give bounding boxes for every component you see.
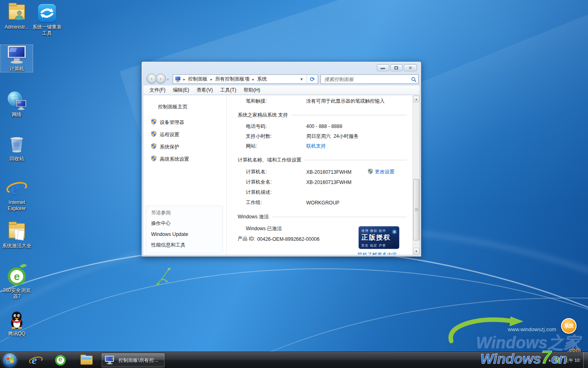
forward-button[interactable]: › [156,74,166,84]
computer-icon [7,45,27,65]
windows-flag-icon [6,356,14,364]
sidebar-item-action-center[interactable]: 操作中心 [151,220,218,227]
uac-shield-icon [151,119,157,126]
taskbar-explorer-button[interactable] [78,353,95,368]
system-info-panel: 笔和触摸: 没有可用于此显示器的笔或触控输入 系统之家精品系统 支持 电话号码:… [227,95,412,255]
internet-explorer-icon: e [7,179,27,198]
scrollbar-thumb[interactable] [413,179,419,240]
refresh-icon[interactable]: ⟳ [307,75,318,83]
window-body: 控制面板主页 设备管理器 远程设置 系统保护 高级系统设置 [143,95,419,255]
desktop-icon-activation-pack[interactable]: 系统激活大全 [1,222,33,249]
window-titlebar[interactable]: ✕ [142,62,421,73]
field-label: 电话号码: [246,123,306,130]
search-box[interactable] [321,74,419,84]
desktop-icon-reinstall-tool[interactable]: 系统一键重装工具 [31,3,63,36]
sidebar-item-control-panel-home[interactable]: 控制面板主页 [143,95,226,110]
desktop-icon-360-browser[interactable]: e 360安全浏览器7 [1,267,33,300]
icon-label: 360安全浏览器7 [1,287,33,300]
change-settings[interactable]: 更改设置 [368,168,407,176]
uac-shield-icon [151,143,157,150]
field-label: 网站: [246,143,306,150]
desktop-icon-computer[interactable]: 计算机 [1,45,33,72]
website-row: 网站: 联机支持 [246,141,407,151]
restore-button[interactable] [390,64,403,71]
recycle-bin-icon [7,135,27,155]
breadcrumb-control-panel[interactable]: 控制面板 [186,76,210,83]
vertical-scrollbar[interactable]: ▲ ▼ [412,95,419,255]
sidebar-item-performance-tools[interactable]: 性能信息和工具 [151,242,218,249]
folder-icon [80,356,93,365]
change-settings-link[interactable]: 更改设置 [375,168,394,175]
uac-shield-icon [151,155,157,163]
uac-shield-icon [368,168,373,176]
sidebar-item-windows-update[interactable]: Windows Update [151,231,218,237]
search-icon[interactable] [409,76,418,83]
qq-penguin-icon [7,310,27,330]
sidebar-item-system-protection[interactable]: 系统保护 [143,141,226,153]
sidebar-item-label: 远程设置 [160,131,179,138]
icon-label: 计算机 [1,66,33,72]
menu-file[interactable]: 文件(F) [146,85,169,95]
desktop-icon-tencent-qq[interactable]: 腾讯QQ [1,310,33,337]
field-label: 工作组: [246,199,306,206]
scroll-down-arrow-icon[interactable]: ▼ [413,248,419,254]
menu-tools[interactable]: 工具(T) [216,85,240,95]
menu-edit[interactable]: 编辑(E) [169,85,193,95]
scroll-up-arrow-icon[interactable]: ▲ [413,96,419,102]
navigation-band: ‹ › ▾ ▸ 控制面板 ▸ 所有控制面板项 ▸ 系统 ▼ ⟳ [142,73,421,85]
desktop-icon-network[interactable]: 网络 [1,91,33,118]
field-value: 400 - 888 - 8888 [306,123,342,129]
support-section-header: 系统之家精品系统 支持 [238,111,407,119]
field-label: 支持小时数: [246,133,306,140]
close-button[interactable]: ✕ [404,64,417,71]
menu-help[interactable]: 帮助(H) [240,85,264,95]
icon-label: Administr... [1,24,33,30]
phone-row: 电话号码: 400 - 888 - 8888 [246,121,407,131]
system-control-panel-window: ✕ ‹ › ▾ ▸ 控制面板 ▸ 所有控制面板项 ▸ 系统 ▼ ⟳ [141,61,421,257]
watermark-url: www.windowszj.com [508,326,556,332]
address-bar[interactable]: ▸ 控制面板 ▸ 所有控制面板项 ▸ 系统 ▼ ⟳ [173,74,318,84]
field-label: 计算机名: [246,168,306,175]
minimize-button[interactable] [377,64,389,71]
taskbar: e e ✓ 控制面板\所有控... ▲ ✓ 上午 10: [0,352,588,368]
description-row: 计算机描述: [246,187,407,197]
workgroup-row: 工作组: WORKGROUP [246,197,407,208]
watermark-brand-cn: Windows之家 [476,331,580,354]
taskbar-control-panel-task[interactable]: ✓ 控制面板\所有控... [101,353,165,368]
field-label: 计算机描述: [246,189,306,196]
sidebar: 控制面板主页 设备管理器 远程设置 系统保护 高级系统设置 [143,95,227,255]
computer-name-row: 计算机名: XB-20160713FWHM 更改设置 [246,167,407,177]
product-id-label: 产品 ID: [238,236,255,242]
field-value: 周日至周六 24小时服务 [306,133,359,140]
desktop-icon-administrator[interactable]: Administr... [1,3,33,30]
tray-overflow-caret-icon[interactable]: ▲ [548,358,552,362]
online-support-link[interactable]: 联机支持 [306,143,326,150]
full-name-row: 计算机全名: XB-20160713FWHM [246,177,407,187]
computer-name-section-header: 计算机名称、域和工作组设置 [238,156,407,164]
menu-view[interactable]: 查看(V) [193,85,216,95]
tray-clock[interactable]: 上午 10: [564,357,582,364]
reinstall-tool-icon [37,3,57,23]
show-desktop-button[interactable] [583,352,588,368]
taskbar-360-browser-button[interactable]: e [52,353,69,368]
start-button[interactable] [2,353,17,368]
see-also-header: 另请参阅 [151,209,218,216]
breadcrumb-system[interactable]: 系统 [255,76,270,83]
address-dropdown-chevron-icon[interactable]: ▼ [296,77,307,81]
learn-more-online-link[interactable]: 联机了解更多内容... [358,251,401,255]
activation-status: Windows 已激活 [246,225,282,232]
recent-pages-chevron-icon[interactable]: ▾ [167,78,169,81]
desktop-icon-internet-explorer[interactable]: e Internet Explorer [1,179,33,212]
taskbar-internet-explorer-button[interactable]: e [26,353,42,368]
section-rule [305,160,407,160]
activation-area: Windows 已激活 产品 ID: 00426-OEM-8992662-000… [238,224,407,255]
sidebar-item-device-manager[interactable]: 设备管理器 [143,116,226,128]
breadcrumb-all-items[interactable]: 所有控制面板项 [213,76,252,83]
icon-label: 网络 [1,112,33,118]
sidebar-item-remote-settings[interactable]: 远程设置 [143,128,226,141]
desktop-icon-recycle-bin[interactable]: 回收站 [1,135,33,162]
tray-security-check-icon[interactable]: ✓ [555,357,561,364]
search-input[interactable] [321,76,409,82]
sidebar-item-advanced-system-settings[interactable]: 高级系统设置 [143,153,226,165]
desktop: Administr... 系统一键重装工具 计算机 网络 [0,0,588,368]
